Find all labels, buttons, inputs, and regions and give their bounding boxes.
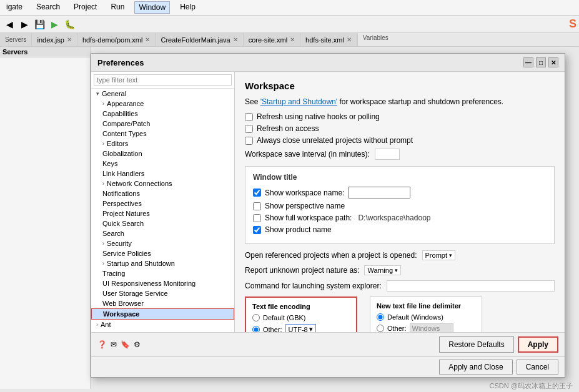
open-projects-dropdown[interactable]: Prompt ▾ (422, 250, 455, 260)
show-workspace-name-checkbox[interactable] (253, 189, 261, 197)
tree-content-types[interactable]: Content Types (91, 129, 234, 139)
menu-run[interactable]: Run (107, 1, 128, 14)
workspace-name-input[interactable]: hadoop (348, 187, 410, 198)
tab-label-hdfs-site: hdfs-site.xml (305, 36, 344, 44)
tree-notifications[interactable]: Notifications (91, 189, 234, 198)
save-interval-row: Workspace save interval (in minutes): 5 (245, 149, 555, 160)
tab-index-jsp[interactable]: index.jsp ✕ (32, 33, 77, 46)
encoding-other-radio[interactable] (252, 326, 260, 333)
dialog-close-button[interactable]: ✕ (548, 57, 558, 67)
report-unknown-dropdown[interactable]: Warning ▾ (364, 265, 401, 275)
close-icon-hdfs-site[interactable]: ✕ (347, 36, 352, 43)
menu-window[interactable]: Window (134, 1, 170, 14)
toolbar-save[interactable]: 💾 (32, 17, 46, 31)
tree-ant[interactable]: ›Ant (91, 320, 234, 330)
footer-left-icons: ❓ ✉ 🔖 ⚙ (97, 340, 141, 349)
save-interval-input[interactable]: 5 (375, 149, 400, 160)
tree-search[interactable]: Search (91, 228, 234, 238)
tree-network-connections[interactable]: ›Network Connections (91, 179, 234, 189)
tree-user-storage[interactable]: User Storage Service (91, 288, 234, 298)
dialog-title: Preferences (97, 58, 144, 67)
window-title-section: Window title Show workspace name: hadoop… (245, 166, 555, 244)
tab-core-site[interactable]: core-site.xml ✕ (244, 33, 300, 46)
close-unrelated-checkbox[interactable] (245, 137, 253, 145)
menu-project[interactable]: Project (70, 1, 101, 14)
tree-tracing[interactable]: Tracing (91, 268, 234, 278)
help-icon[interactable]: ❓ (97, 340, 107, 349)
menu-bar: igate Search Project Run Window Help (0, 0, 579, 16)
show-product-name-checkbox[interactable] (253, 226, 261, 234)
command-input[interactable]: explorer /E,/select=${selected_resource_… (387, 280, 555, 292)
tree-link-handlers[interactable]: Link Handlers (91, 169, 234, 179)
close-icon-pom[interactable]: ✕ (145, 36, 150, 43)
close-icon-index[interactable]: ✕ (67, 36, 72, 43)
open-projects-row: Open referenced projects when a project … (245, 250, 555, 260)
show-workspace-name-row: Show workspace name: hadoop (253, 187, 547, 198)
tree-perspectives[interactable]: Perspectives (91, 198, 234, 208)
menu-help[interactable]: Help (176, 1, 199, 14)
tree-globalization[interactable]: Globalization (91, 149, 234, 159)
tree-security[interactable]: ›Security (91, 238, 234, 248)
tree-ui-responsiveness[interactable]: UI Responsiveness Monitoring (91, 278, 234, 288)
settings-icon[interactable]: ⚙ (134, 340, 141, 349)
refresh-access-checkbox[interactable] (245, 125, 253, 133)
tab-label-pom: hdfs-demo/pom.xml (82, 36, 143, 44)
tree-general[interactable]: ▾General (91, 89, 234, 99)
text-encoding-title: Text file encoding (252, 303, 350, 310)
toolbar-back[interactable]: ◀ (2, 17, 16, 31)
menu-igate[interactable]: igate (2, 1, 26, 14)
show-perspective-name-checkbox[interactable] (253, 202, 261, 210)
encoding-default-row: Default (GBK) (252, 314, 350, 321)
toolbar-forward[interactable]: ▶ (17, 17, 31, 31)
command-row: Command for launching system explorer: e… (245, 280, 555, 292)
content-panel: Workspace See 'Startup and Shutdown' for… (235, 72, 565, 332)
tree-service-policies[interactable]: Service Policies (91, 248, 234, 258)
tree-capabilities[interactable]: Capabilities (91, 109, 234, 119)
tab-create-folder[interactable]: CreateFolderMain.java ✕ (156, 33, 243, 46)
encoding-other-row: Other: UTF-8 ▾ (252, 324, 350, 332)
tree-compare-patch[interactable]: Compare/Patch (91, 119, 234, 129)
show-perspective-name-label: Show perspective name (265, 202, 345, 210)
apply-close-button[interactable]: Apply and Close (439, 360, 512, 375)
encoding-other-label: Other: (263, 326, 282, 333)
close-icon-create-folder[interactable]: ✕ (233, 36, 238, 43)
encoding-default-radio[interactable] (252, 314, 260, 321)
restore-defaults-button[interactable]: Restore Defaults (439, 336, 513, 353)
content-description: See 'Startup and Shutdown' for workspace… (245, 97, 555, 106)
window-title-label: Window title (253, 173, 547, 182)
preferences-dialog: Preferences — □ ✕ ▾General ›Appearance (91, 53, 565, 378)
cancel-button[interactable]: Cancel (517, 360, 558, 375)
tree-workspace[interactable]: Workspace (91, 308, 234, 320)
tree-filter-input[interactable] (94, 74, 232, 86)
tree-keys[interactable]: Keys (91, 159, 234, 169)
encoding-value-dropdown[interactable]: UTF-8 ▾ (285, 324, 316, 332)
checkbox-refresh-access: Refresh on access (245, 124, 555, 133)
tree-startup-shutdown[interactable]: ›Startup and Shutdown (91, 258, 234, 268)
tree-appearance[interactable]: ›Appearance (91, 99, 234, 109)
toolbar-run[interactable]: ▶ (47, 17, 61, 31)
startup-shutdown-link[interactable]: 'Startup and Shutdown' (260, 97, 337, 106)
tree-web-browser[interactable]: Web Browser (91, 298, 234, 308)
menu-search[interactable]: Search (32, 1, 64, 14)
footer-right-buttons: Restore Defaults Apply (439, 336, 558, 353)
tree-quick-search[interactable]: Quick Search (91, 218, 234, 228)
close-icon-core-site[interactable]: ✕ (290, 36, 295, 43)
open-projects-value: Prompt (425, 252, 447, 259)
tree-editors[interactable]: ›Editors (91, 139, 234, 149)
tab-pom-xml[interactable]: hdfs-demo/pom.xml ✕ (77, 33, 156, 46)
delimiter-default-radio[interactable] (377, 313, 384, 321)
dialog-minimize-button[interactable]: — (523, 57, 533, 67)
tab-hdfs-site[interactable]: hdfs-site.xml ✕ (300, 33, 357, 46)
dialog-maximize-button[interactable]: □ (536, 57, 546, 67)
variables-tab[interactable]: Variables (357, 33, 579, 46)
expand-arrow-general: ▾ (96, 91, 99, 97)
line-delimiter-box: New text file line delimiter Default (Wi… (370, 296, 482, 332)
tree-project-natures[interactable]: Project Natures (91, 208, 234, 218)
description-suffix: for workspace startup and shutdown prefe… (339, 97, 503, 106)
delimiter-other-radio[interactable] (377, 325, 384, 332)
apply-button[interactable]: Apply (518, 336, 558, 353)
show-full-path-checkbox[interactable] (253, 214, 261, 222)
ide-background: igate Search Project Run Window Help ◀ ▶… (0, 0, 579, 392)
toolbar-debug[interactable]: 🐛 (62, 17, 76, 31)
native-hooks-checkbox[interactable] (245, 113, 253, 121)
